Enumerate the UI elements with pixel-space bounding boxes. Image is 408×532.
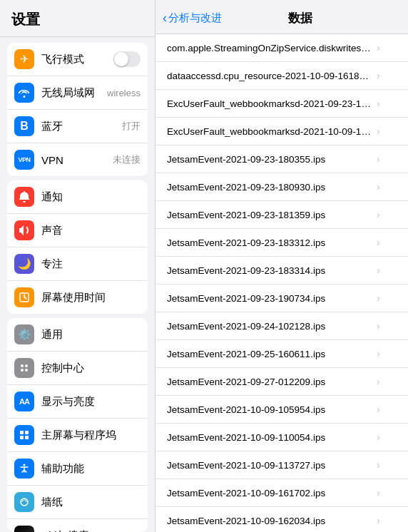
sidebar-item-notification[interactable]: 通知 (7, 180, 148, 214)
vpn-value: 未连接 (113, 153, 141, 166)
sidebar: 设置 ✈ 飞行模式 无线局域网 wireless B 蓝牙 打开 VPN VPN… (0, 0, 155, 532)
sidebar-item-label: 飞行模式 (41, 53, 113, 66)
screentime-icon (14, 287, 34, 307)
sidebar-item-label: 通知 (41, 190, 141, 204)
sidebar-item-general[interactable]: ⚙️ 通用 (7, 318, 148, 352)
sidebar-item-sound[interactable]: 声音 (7, 214, 148, 247)
file-item[interactable]: JetsamEvent-2021-09-23-181359.ips › (155, 201, 408, 229)
file-name: JetsamEvent-2021-09-24-102128.ips (167, 321, 374, 332)
file-item[interactable]: dataaccessd.cpu_resource-2021-10-09-1618… (155, 62, 408, 90)
file-item[interactable]: JetsamEvent-2021-09-25-160611.ips › (155, 340, 408, 368)
file-name: JetsamEvent-2021-09-23-180355.ips (167, 154, 374, 165)
sidebar-item-vpn[interactable]: VPN VPN 未连接 (7, 143, 148, 176)
file-name: JetsamEvent-2021-10-09-110054.ips (167, 432, 374, 443)
file-item[interactable]: JetsamEvent-2021-10-09-110054.ips › (155, 424, 408, 451)
chevron-icon: › (377, 487, 380, 498)
file-item[interactable]: JetsamEvent-2021-10-09-162034.ips › (155, 507, 408, 532)
sidebar-item-label: 蓝牙 (41, 120, 122, 133)
back-label: 分析与改进 (168, 11, 222, 25)
sidebar-item-wallpaper[interactable]: 墙纸 (7, 486, 148, 519)
sidebar-item-label: 无线局域网 (41, 86, 107, 100)
file-name: JetsamEvent-2021-10-09-113727.ips (167, 460, 374, 471)
chevron-icon: › (377, 404, 380, 415)
airplane-toggle[interactable] (113, 51, 141, 67)
file-name: JetsamEvent-2021-10-09-161702.ips (167, 488, 374, 498)
file-name: ExcUserFault_webbookmarksd-2021-09-23-18… (167, 98, 374, 109)
file-item[interactable]: JetsamEvent-2021-09-23-183314.ips › (155, 257, 408, 285)
chevron-icon: › (377, 209, 380, 220)
sidebar-item-label: 屏幕使用时间 (41, 291, 141, 305)
vpn-icon: VPN (14, 150, 34, 170)
chevron-icon: › (377, 153, 380, 165)
file-item[interactable]: JetsamEvent-2021-09-23-190734.ips › (155, 285, 408, 312)
moon-icon: 🌙 (14, 254, 34, 274)
chevron-icon: › (377, 431, 380, 443)
sidebar-item-siri[interactable]: ◉ Siri与搜索 (7, 519, 148, 532)
svg-rect-5 (20, 431, 24, 434)
chevron-icon: › (377, 376, 380, 387)
chevron-icon: › (377, 237, 380, 248)
sidebar-item-label: VPN (41, 154, 113, 166)
homescreen-icon (14, 425, 34, 445)
file-name: dataaccessd.cpu_resource-2021-10-09-1618… (167, 71, 374, 81)
sidebar-item-label: 控制中心 (41, 362, 141, 375)
file-name: JetsamEvent-2021-09-27-012209.ips (167, 377, 374, 387)
file-name: JetsamEvent-2021-10-09-162034.ips (167, 516, 374, 526)
chevron-icon: › (377, 181, 380, 193)
notification-icon (14, 187, 34, 207)
sidebar-item-controlcenter[interactable]: 控制中心 (7, 352, 148, 385)
chevron-icon: › (377, 515, 380, 526)
file-item[interactable]: JetsamEvent-2021-09-24-102128.ips › (155, 312, 408, 340)
chevron-icon: › (377, 70, 380, 81)
sidebar-item-airplane[interactable]: ✈ 飞行模式 (7, 43, 148, 76)
file-item[interactable]: ExcUserFault_webbookmarksd-2021-09-23-18… (155, 90, 408, 118)
sidebar-item-bluetooth[interactable]: B 蓝牙 打开 (7, 110, 148, 143)
sidebar-item-homescreen[interactable]: 主屏幕与程序坞 (7, 419, 148, 452)
file-name: JetsamEvent-2021-09-23-190734.ips (167, 293, 374, 304)
file-item[interactable]: JetsamEvent-2021-09-23-180355.ips › (155, 145, 408, 173)
file-name: JetsamEvent-2021-09-23-183314.ips (167, 265, 374, 276)
svg-rect-7 (20, 436, 24, 439)
sidebar-item-label: 声音 (41, 224, 141, 237)
main-panel: ‹ 分析与改进 数据 com.apple.StreamingOnZipServi… (155, 0, 408, 532)
svg-point-4 (25, 369, 28, 372)
svg-point-9 (24, 464, 26, 466)
main-header: ‹ 分析与改进 数据 (155, 0, 408, 34)
file-item[interactable]: com.apple.StreamingOnZipService.diskwrit… (155, 34, 408, 62)
file-list: com.apple.StreamingOnZipService.diskwrit… (155, 34, 408, 532)
chevron-icon: › (377, 459, 380, 471)
file-name: JetsamEvent-2021-10-09-105954.ips (167, 404, 374, 415)
file-name: com.apple.StreamingOnZipService.diskwrit… (167, 43, 374, 53)
chevron-icon: › (377, 348, 380, 359)
sidebar-item-label: 专注 (41, 257, 141, 271)
file-item[interactable]: JetsamEvent-2021-10-09-113727.ips › (155, 451, 408, 479)
sidebar-item-accessibility[interactable]: 辅助功能 (7, 452, 148, 486)
file-name: JetsamEvent-2021-09-23-183312.ips (167, 237, 374, 248)
sidebar-item-focus[interactable]: 🌙 专注 (7, 247, 148, 281)
page-title: 数据 (225, 10, 375, 26)
airplane-icon: ✈ (14, 49, 34, 69)
wifi-icon (14, 83, 34, 103)
file-name: JetsamEvent-2021-09-25-160611.ips (167, 349, 374, 359)
back-button[interactable]: ‹ 分析与改进 (163, 11, 222, 26)
sidebar-item-display[interactable]: AA 显示与亮度 (7, 385, 148, 419)
chevron-icon: › (377, 292, 380, 304)
file-item[interactable]: ExcUserFault_webbookmarksd-2021-10-09-16… (155, 118, 408, 145)
file-item[interactable]: JetsamEvent-2021-09-23-183312.ips › (155, 229, 408, 257)
svg-point-2 (25, 364, 28, 367)
sidebar-section-connectivity: ✈ 飞行模式 无线局域网 wireless B 蓝牙 打开 VPN VPN 未连… (7, 43, 148, 176)
file-item[interactable]: JetsamEvent-2021-10-09-105954.ips › (155, 396, 408, 424)
sidebar-item-label: 显示与亮度 (41, 395, 141, 409)
sidebar-item-screentime[interactable]: 屏幕使用时间 (7, 281, 148, 314)
display-icon: AA (14, 392, 34, 411)
svg-rect-8 (25, 436, 29, 439)
sound-icon (14, 220, 34, 240)
sidebar-item-wifi[interactable]: 无线局域网 wireless (7, 76, 148, 110)
file-item[interactable]: JetsamEvent-2021-09-23-180930.ips › (155, 173, 408, 201)
file-name: JetsamEvent-2021-09-23-181359.ips (167, 210, 374, 220)
sidebar-section-general: ⚙️ 通用 控制中心 AA 显示与亮度 主屏幕与程序坞 辅助功能 (7, 318, 148, 532)
file-item[interactable]: JetsamEvent-2021-09-27-012209.ips › (155, 368, 408, 396)
file-item[interactable]: JetsamEvent-2021-10-09-161702.ips › (155, 479, 408, 507)
chevron-icon: › (377, 265, 380, 276)
gear-icon: ⚙️ (14, 324, 34, 344)
